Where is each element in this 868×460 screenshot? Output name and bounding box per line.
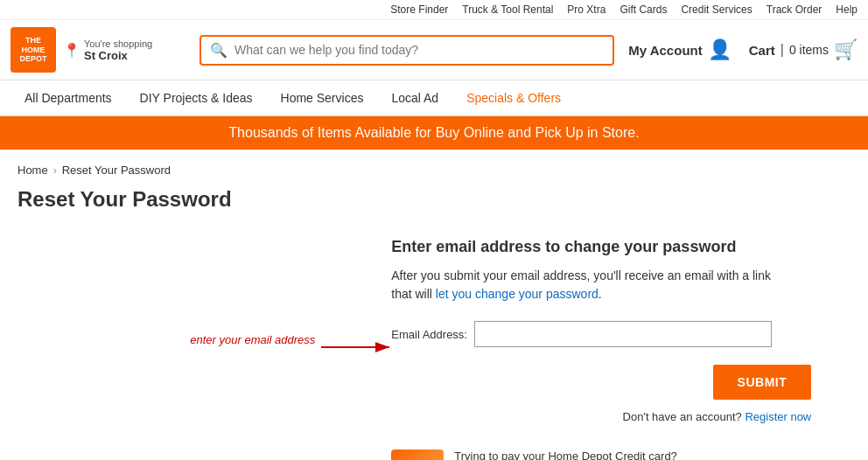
gift-cards-link[interactable]: Gift Cards — [620, 3, 667, 16]
breadcrumb-home[interactable]: Home — [18, 164, 48, 177]
credit-promo-heading: Trying to pay your Home Depot Credit car… — [454, 450, 677, 460]
cart-section[interactable]: Cart | 0 items 🛒 — [749, 38, 858, 61]
logo-area[interactable]: THE HOME DEPOT 📍 You're shopping St Croi… — [10, 27, 186, 73]
home-depot-logo[interactable]: THE HOME DEPOT — [10, 27, 56, 73]
nav-home-services[interactable]: Home Services — [267, 80, 378, 115]
shopping-label: You're shopping — [84, 38, 152, 49]
register-row: Don't have an account? Register now — [391, 410, 811, 423]
search-input[interactable] — [234, 43, 604, 57]
cart-label: Cart — [749, 43, 775, 58]
account-icon: 👤 — [708, 38, 732, 61]
right-panel: Enter email address to change your passw… — [391, 229, 840, 460]
promo-banner: Thousands of Items Available for Buy Onl… — [0, 116, 868, 150]
top-utility-bar: Store Finder Truck & Tool Rental Pro Xtr… — [0, 0, 868, 20]
register-now-link[interactable]: Register now — [745, 410, 811, 423]
location-pin-icon: 📍 — [63, 42, 80, 59]
pro-xtra-link[interactable]: Pro Xtra — [567, 3, 606, 16]
change-password-link[interactable]: let you change your password — [436, 287, 598, 301]
breadcrumb: Home › Reset Your Password — [0, 150, 868, 184]
email-label: Email Address: — [391, 328, 467, 341]
cart-icon: 🛒 — [834, 38, 858, 61]
credit-promo-text: Trying to pay your Home Depot Credit car… — [454, 450, 677, 460]
cart-items-count: 0 items — [789, 43, 829, 57]
page-title: Reset Your Password — [0, 184, 868, 229]
nav-bar: All Departments DIY Projects & Ideas Hom… — [0, 80, 868, 116]
reset-description: After you submit your email address, you… — [391, 267, 776, 303]
form-annotation-area: enter your email address Email Address: — [391, 321, 840, 347]
credit-services-link[interactable]: Credit Services — [681, 3, 752, 16]
nav-local-ad[interactable]: Local Ad — [377, 80, 452, 115]
breadcrumb-separator: › — [53, 164, 57, 177]
email-input[interactable] — [474, 321, 772, 347]
promo-banner-text: Thousands of Items Available for Buy Onl… — [228, 125, 639, 140]
credit-card-image: HOME DEPOT — [391, 450, 444, 460]
content-area: Enter email address to change your passw… — [0, 229, 858, 460]
submit-button[interactable]: SUBMIT — [713, 365, 812, 400]
search-bar[interactable]: 🔍 — [200, 35, 614, 66]
search-icon: 🔍 — [210, 42, 228, 59]
truck-tool-link[interactable]: Truck & Tool Rental — [462, 3, 553, 16]
header-actions: My Account 👤 Cart | 0 items 🛒 — [628, 38, 858, 61]
nav-specials-offers[interactable]: Specials & Offers — [452, 80, 575, 115]
nav-diy-projects[interactable]: DIY Projects & Ideas — [126, 80, 267, 115]
my-account-button[interactable]: My Account 👤 — [628, 38, 731, 61]
reset-heading: Enter email address to change your passw… — [391, 238, 840, 256]
cart-divider: | — [780, 42, 784, 58]
submit-row: SUBMIT — [391, 365, 811, 400]
main-header: THE HOME DEPOT 📍 You're shopping St Croi… — [0, 20, 868, 80]
store-name: St Croix — [84, 49, 152, 62]
nav-all-departments[interactable]: All Departments — [10, 80, 126, 115]
reset-desc-part2: . — [598, 287, 602, 301]
store-info[interactable]: 📍 You're shopping St Croix — [63, 38, 152, 62]
help-link[interactable]: Help — [836, 3, 858, 16]
my-account-label: My Account — [628, 43, 702, 58]
email-form-row: Email Address: — [391, 321, 840, 347]
credit-promo-section: HOME DEPOT Trying to pay your Home Depot… — [391, 441, 811, 460]
register-text: Don't have an account? — [623, 410, 742, 423]
store-finder-link[interactable]: Store Finder — [390, 3, 448, 16]
track-order-link[interactable]: Track Order — [766, 3, 822, 16]
breadcrumb-current: Reset Your Password — [62, 164, 171, 177]
enter-email-annotation: enter your email address — [190, 333, 315, 346]
